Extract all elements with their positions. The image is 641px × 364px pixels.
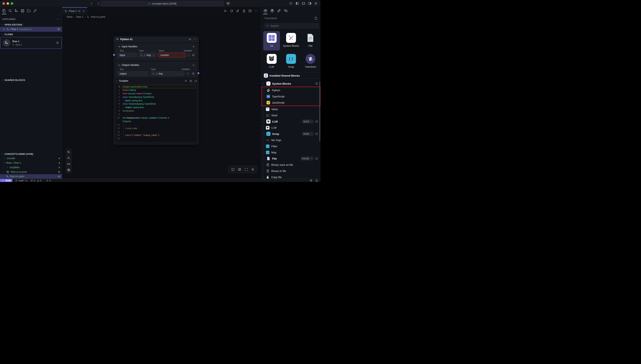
block-section-array[interactable]: [ ]Array0.0.8 bbox=[261, 131, 321, 137]
flows-activity-icon[interactable] bbox=[15, 9, 18, 13]
maximize-window-button[interactable] bbox=[11, 2, 13, 5]
code-line[interactable]: 2import typing bbox=[116, 88, 197, 92]
flow-card[interactable]: flow-1 flow-1 bbox=[0, 37, 62, 48]
category-tile-transform[interactable]: Transform bbox=[302, 52, 319, 72]
canvas-settings-icon[interactable] bbox=[251, 168, 254, 171]
node-header[interactable]: Python #1 bbox=[114, 37, 198, 42]
open-external-icon[interactable] bbox=[194, 80, 197, 82]
block-item-iter-args[interactable]: [x]Iter Args bbox=[261, 137, 321, 143]
rerun-icon[interactable] bbox=[230, 9, 233, 12]
output-row-settings-icon[interactable] bbox=[192, 72, 195, 75]
code-line[interactable]: 6class Outputs(typing.TypedDict): bbox=[116, 102, 197, 106]
code-line[interactable]: Outputs: bbox=[116, 120, 197, 123]
run-node-icon[interactable] bbox=[189, 38, 191, 41]
project-root-header[interactable]: CONCEPTS-DEMO [OVM] bbox=[0, 152, 62, 156]
remote-indicator[interactable]: OVM bbox=[0, 179, 12, 182]
block-item-copy-file[interactable]: Copy file bbox=[261, 174, 321, 179]
code-line[interactable]: 14 return { "output": "output_value" } bbox=[116, 134, 197, 137]
block-item-llm[interactable]: LLM bbox=[261, 124, 321, 131]
input-key-field[interactable]: input bbox=[118, 53, 137, 58]
block-item-typescript[interactable]: TSTypeScript bbox=[262, 93, 320, 100]
secrets-activity-icon[interactable] bbox=[33, 9, 37, 13]
add-input-handle-icon[interactable] bbox=[192, 45, 195, 48]
assistant-status-icon[interactable] bbox=[310, 179, 312, 182]
block-section-llm[interactable]: LLM0.2.6 bbox=[261, 118, 321, 124]
close-window-button[interactable] bbox=[3, 2, 5, 5]
minimize-window-button[interactable] bbox=[7, 2, 9, 5]
scriptlet-header[interactable]: Scriptlet bbox=[116, 79, 197, 83]
output-nullable-checkbox[interactable] bbox=[187, 72, 189, 75]
code-line[interactable]: 4class Inputs(typing.TypedDict): bbox=[116, 95, 197, 99]
fit-width-icon[interactable] bbox=[67, 162, 70, 166]
code-line[interactable]: 13 bbox=[116, 130, 197, 134]
code-line[interactable]: 3from oocana import Context bbox=[116, 92, 197, 95]
category-tile-llm[interactable]: LLM bbox=[263, 52, 280, 72]
close-editor-icon[interactable] bbox=[3, 28, 5, 30]
tree-row[interactable]: scriptlets bbox=[0, 165, 62, 170]
code-editor[interactable]: 1#region generated meta2import typing3fr… bbox=[116, 84, 197, 142]
chevron-down-icon[interactable] bbox=[231, 3, 233, 5]
flow-canvas[interactable]: Python #1 Input Handles Key T bbox=[62, 19, 261, 179]
breadcrumb-item[interactable]: flow.oo.yaml bbox=[91, 16, 105, 18]
tree-row[interactable]: .flow.ui.oo.jsonU bbox=[0, 170, 62, 174]
category-tile-system-blocks[interactable]: System Blocks bbox=[283, 31, 299, 50]
input-nullable-checkbox[interactable] bbox=[187, 54, 190, 56]
explorer-more-icon[interactable] bbox=[56, 18, 60, 21]
minimap-icon[interactable] bbox=[238, 168, 241, 171]
toolpack-search-input[interactable]: Search bbox=[264, 23, 319, 28]
toggle-left-panel-icon[interactable] bbox=[296, 2, 299, 5]
split-editor-icon[interactable] bbox=[248, 9, 252, 12]
compare-changes-icon[interactable] bbox=[236, 9, 239, 12]
block-item-javascript[interactable]: JSJavaScript bbox=[262, 100, 320, 106]
nav-back-icon[interactable] bbox=[90, 2, 94, 5]
input-row-settings-icon[interactable] bbox=[192, 54, 195, 56]
console-panel-icon[interactable] bbox=[231, 168, 235, 171]
rocket-tab-icon[interactable] bbox=[277, 9, 281, 13]
breadcrumb[interactable]: flows › flow-1 › flow.oo.yaml bbox=[62, 14, 261, 19]
output-type-select[interactable]: {..} Any bbox=[151, 71, 184, 76]
breadcrumb-item[interactable]: flows bbox=[67, 16, 73, 18]
explorer-files-icon[interactable] bbox=[2, 9, 6, 13]
code-line[interactable]: 8#endregion bbox=[116, 109, 197, 112]
input-value-field[interactable]: <unset> bbox=[158, 53, 186, 58]
version-select[interactable]: 0.0.8 bbox=[302, 132, 313, 136]
shared-blocks-header[interactable]: SHARED BLOCKS bbox=[0, 78, 62, 82]
code-line[interactable]: 5 input: typing.Any bbox=[116, 99, 197, 102]
tab-flow-1[interactable]: Flow 1 U bbox=[62, 7, 87, 14]
input-port-dot[interactable] bbox=[113, 54, 115, 56]
zoom-out-icon[interactable] bbox=[67, 156, 70, 160]
block-section-system-blocks[interactable]: System Blocks bbox=[261, 80, 321, 87]
toolpack-tab-icon[interactable] bbox=[263, 9, 267, 13]
toggle-right-panel-icon[interactable] bbox=[308, 2, 311, 5]
node-more-icon[interactable] bbox=[193, 38, 196, 41]
info-icon[interactable] bbox=[315, 157, 318, 160]
blocks-activity-icon[interactable] bbox=[21, 9, 25, 13]
category-tile-file[interactable]: File bbox=[302, 31, 319, 50]
attach-icon[interactable] bbox=[185, 80, 187, 82]
block-section-file[interactable]: File0.0.10 bbox=[261, 156, 321, 162]
output-key-field[interactable]: output bbox=[118, 71, 148, 76]
folder-activity-icon[interactable] bbox=[27, 9, 31, 13]
git-branch-status[interactable]: main* bbox=[15, 179, 28, 182]
packages-tab-icon[interactable] bbox=[270, 9, 274, 13]
tab-close-icon[interactable] bbox=[82, 10, 85, 12]
info-icon[interactable] bbox=[315, 132, 318, 135]
auto-layout-icon[interactable] bbox=[67, 168, 70, 172]
code-line[interactable]: 9 bbox=[116, 112, 197, 116]
ports-status[interactable]: 0 bbox=[46, 179, 51, 182]
problems-status[interactable]: 0 0 bbox=[31, 179, 42, 182]
tree-row[interactable]: flows / flow-1 bbox=[0, 160, 62, 165]
info-icon[interactable] bbox=[315, 120, 318, 123]
run-flow-icon[interactable] bbox=[224, 9, 227, 12]
breadcrumb-item[interactable]: flow-1 bbox=[77, 16, 83, 18]
settings-gear-icon[interactable] bbox=[314, 2, 318, 5]
block-item-python[interactable]: Python bbox=[262, 87, 320, 93]
version-select[interactable]: 0.2.6 bbox=[302, 120, 313, 124]
node-python-1[interactable]: Python #1 Input Handles Key T bbox=[114, 37, 199, 144]
command-center-search[interactable]: concepts-demo [OVM] bbox=[100, 1, 224, 6]
more-actions-icon[interactable] bbox=[255, 9, 258, 12]
code-line[interactable]: 15 bbox=[116, 137, 197, 140]
code-line[interactable]: 1#region generated meta bbox=[116, 85, 197, 88]
toggle-bottom-panel-icon[interactable] bbox=[302, 2, 305, 5]
assistant-cat-icon[interactable] bbox=[226, 2, 230, 6]
